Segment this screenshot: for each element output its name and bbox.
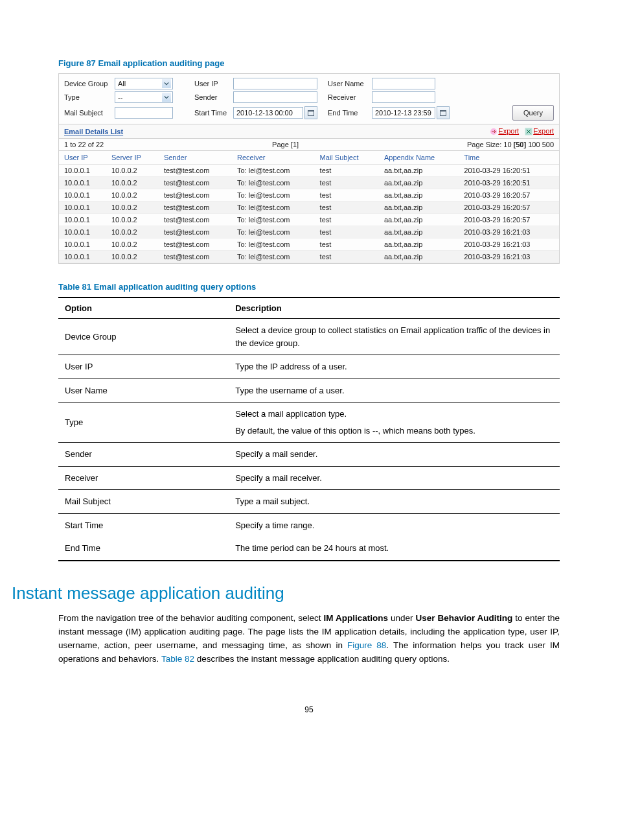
filters-area: Device Group All User IP User Name Type … <box>59 74 559 124</box>
screenshot-panel: Device Group All User IP User Name Type … <box>58 73 560 264</box>
page-size-50[interactable]: [50] <box>514 141 527 148</box>
option-name: Sender <box>58 443 229 467</box>
svg-rect-2 <box>441 111 446 116</box>
end-time-value: 2010-12-13 23:59 <box>375 109 431 117</box>
page-size-label: Page Size: <box>467 141 501 148</box>
option-name: User IP <box>58 355 229 379</box>
table-cell: 10.0.0.1 <box>59 189 106 202</box>
section-paragraph: From the navigation tree of the behavior… <box>58 612 560 666</box>
col-mail-subject[interactable]: Mail Subject <box>315 151 379 165</box>
option-row: End TimeThe time period can be 24 hours … <box>58 537 560 561</box>
type-value: -- <box>118 93 122 101</box>
figure-88-link[interactable]: Figure 88 <box>347 640 386 650</box>
option-desc: Select a mail application type.By defaul… <box>229 402 560 443</box>
export-icon <box>490 128 498 135</box>
table-cell: aa.txt,aa.zip <box>379 214 459 226</box>
option-row: User NameType the username of a user. <box>58 379 560 402</box>
details-list-title: Email Details List <box>64 128 123 135</box>
option-desc: Specify a time range. <box>229 513 560 537</box>
type-select[interactable]: -- <box>115 91 173 103</box>
col-time[interactable]: Time <box>459 151 559 165</box>
table-cell: To: lei@test.com <box>232 251 315 263</box>
col-appendix[interactable]: Appendix Name <box>379 151 459 165</box>
col-sender[interactable]: Sender <box>159 151 232 165</box>
table-cell: To: lei@test.com <box>232 239 315 251</box>
export-link-1[interactable]: Export <box>490 127 519 135</box>
calendar-icon[interactable] <box>304 106 317 119</box>
option-desc: Specify a mail receiver. <box>229 466 560 490</box>
device-group-value: All <box>118 80 126 88</box>
table-cell: test <box>315 214 379 226</box>
table-row: 10.0.0.110.0.0.2test@test.comTo: lei@tes… <box>59 214 559 226</box>
section-heading: Instant message application auditing <box>12 583 560 603</box>
export-link-2-label: Export <box>533 127 554 135</box>
export-link-1-label: Export <box>498 127 519 135</box>
option-desc: Type the username of a user. <box>229 379 560 402</box>
table-cell: test <box>315 202 379 214</box>
table-cell: 2010-03-29 16:21:03 <box>459 239 559 251</box>
table-cell: test@test.com <box>159 239 232 251</box>
page-size-100[interactable]: 100 <box>528 141 540 148</box>
table-cell: 10.0.0.2 <box>106 251 159 263</box>
start-time-input[interactable]: 2010-12-13 00:00 <box>233 107 303 119</box>
calendar-icon[interactable] <box>437 106 450 119</box>
option-row: Start TimeSpecify a time range. <box>58 513 560 537</box>
col-receiver[interactable]: Receiver <box>232 151 315 165</box>
table-row: 10.0.0.110.0.0.2test@test.comTo: lei@tes… <box>59 189 559 202</box>
user-ip-input[interactable] <box>233 78 317 89</box>
body-bold-uba: User Behavior Auditing <box>415 613 512 623</box>
page-size-500[interactable]: 500 <box>542 141 554 148</box>
table-cell: To: lei@test.com <box>232 165 315 177</box>
user-ip-label: User IP <box>190 80 233 88</box>
mail-subject-input[interactable] <box>115 107 173 119</box>
table-row: 10.0.0.110.0.0.2test@test.comTo: lei@tes… <box>59 177 559 189</box>
query-button[interactable]: Query <box>512 105 554 121</box>
receiver-input[interactable] <box>372 91 435 103</box>
table-cell: 10.0.0.2 <box>106 214 159 226</box>
device-group-select[interactable]: All <box>115 78 173 89</box>
sender-label: Sender <box>190 93 233 101</box>
table-cell: test <box>315 165 379 177</box>
table-title: Table 81 Email application auditing quer… <box>58 282 560 292</box>
th-option: Option <box>58 298 229 319</box>
user-name-input[interactable] <box>372 78 435 89</box>
table-82-link[interactable]: Table 82 <box>161 654 194 664</box>
pager-row: 1 to 22 of 22 Page [1] Page Size: 10 [50… <box>59 139 559 151</box>
table-cell: test@test.com <box>159 189 232 202</box>
option-row: ReceiverSpecify a mail receiver. <box>58 466 560 490</box>
excel-icon <box>525 128 532 135</box>
option-name: Mail Subject <box>58 490 229 514</box>
option-name: Device Group <box>58 319 229 355</box>
option-desc: The time period can be 24 hours at most. <box>229 537 560 561</box>
col-user-ip[interactable]: User IP <box>59 151 106 165</box>
table-cell: aa.txt,aa.zip <box>379 165 459 177</box>
table-cell: aa.txt,aa.zip <box>379 189 459 202</box>
page-label: Page <box>272 141 289 148</box>
page-size-10[interactable]: 10 <box>503 141 511 148</box>
table-cell: aa.txt,aa.zip <box>379 251 459 263</box>
body-bold-im: IM Applications <box>324 613 388 623</box>
option-desc: Type the IP address of a user. <box>229 355 560 379</box>
receiver-label: Receiver <box>324 93 372 101</box>
table-cell: 2010-03-29 16:20:51 <box>459 177 559 189</box>
chevron-down-icon <box>162 93 171 102</box>
sender-input[interactable] <box>233 91 317 103</box>
export-link-2[interactable]: Export <box>525 127 554 135</box>
table-cell: To: lei@test.com <box>232 189 315 202</box>
user-name-label: User Name <box>324 80 372 88</box>
option-desc: Type a mail subject. <box>229 490 560 514</box>
col-server-ip[interactable]: Server IP <box>106 151 159 165</box>
table-cell: aa.txt,aa.zip <box>379 226 459 239</box>
table-cell: To: lei@test.com <box>232 202 315 214</box>
option-name: Type <box>58 402 229 443</box>
table-cell: test@test.com <box>159 177 232 189</box>
table-cell: 10.0.0.2 <box>106 202 159 214</box>
email-details-table: User IP Server IP Sender Receiver Mail S… <box>59 151 559 263</box>
table-cell: 10.0.0.1 <box>59 239 106 251</box>
table-cell: To: lei@test.com <box>232 214 315 226</box>
start-time-label: Start Time <box>190 109 233 117</box>
end-time-input[interactable]: 2010-12-13 23:59 <box>372 107 435 119</box>
table-cell: aa.txt,aa.zip <box>379 202 459 214</box>
type-label: Type <box>64 93 115 101</box>
table-cell: 10.0.0.1 <box>59 165 106 177</box>
